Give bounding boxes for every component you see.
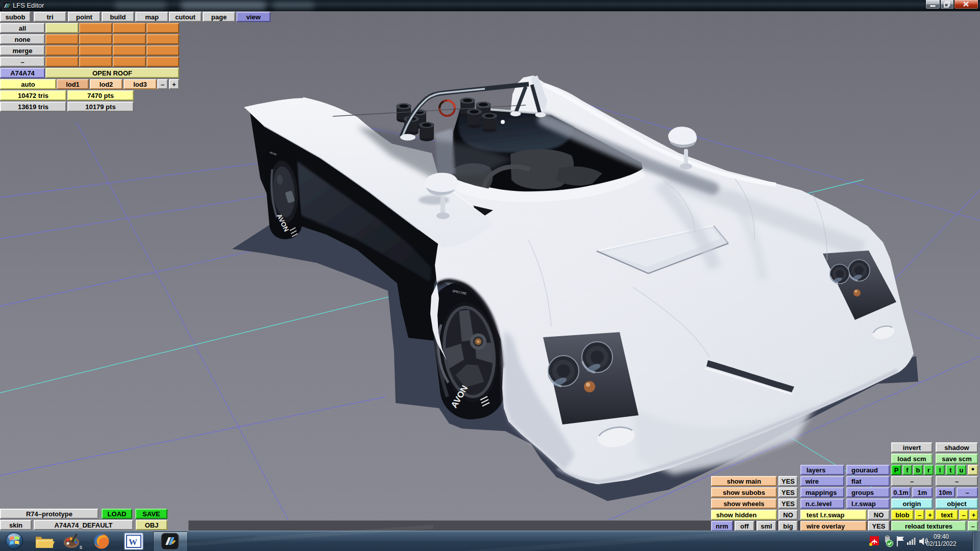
svg-text:5: 5 <box>80 545 82 550</box>
svg-text:W: W <box>129 537 137 547</box>
